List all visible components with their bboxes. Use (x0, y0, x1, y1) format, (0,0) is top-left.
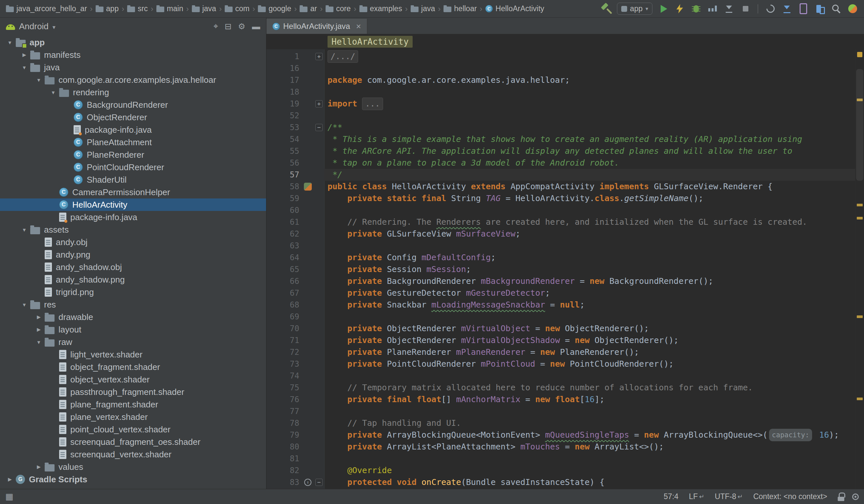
editor[interactable]: 1+/.../1617package com.google.ar.core.ex… (266, 49, 864, 489)
chevron-down-icon[interactable] (33, 77, 45, 83)
fold-collapse-icon[interactable]: − (315, 479, 323, 486)
tree-item-andy-shadow-obj[interactable]: andy_shadow.obj (0, 261, 266, 273)
status-57-4[interactable]: 57:4 (664, 492, 679, 501)
gutter[interactable]: 81 (266, 453, 324, 465)
code-line[interactable]: 76 private final float[] mAnchorMatrix =… (266, 394, 855, 406)
scrollbar-error-stripe[interactable] (855, 49, 864, 489)
status-lf[interactable]: LF↵ (689, 492, 704, 501)
attach-debugger-icon[interactable] (721, 2, 736, 16)
profiler-icon[interactable] (705, 2, 720, 16)
chevron-down-icon[interactable] (4, 40, 16, 45)
code-line[interactable]: 64 private Config mDefaultConfig; (266, 252, 855, 264)
gutter[interactable]: 76 (266, 394, 324, 406)
code-line[interactable]: 77 (266, 406, 855, 417)
search-everywhere-icon[interactable] (829, 2, 844, 16)
fold-collapse-icon[interactable]: − (315, 124, 323, 131)
tree-item-point-cloud-vertex-shader[interactable]: point_cloud_vertex.shader (0, 423, 266, 436)
gutter[interactable]: 80 (266, 441, 324, 453)
gutter[interactable]: 59 (266, 193, 324, 204)
code-line[interactable]: 70 private ObjectRenderer mVirtualObject… (266, 323, 855, 335)
tree-item-pointcloudrenderer[interactable]: PointCloudRenderer (0, 161, 266, 173)
gutter[interactable]: 16 (266, 62, 324, 74)
chevron-right-icon[interactable] (33, 464, 45, 470)
tree-item-plane-vertex-shader[interactable]: plane_vertex.shader (0, 411, 266, 423)
tree-item-screenquad-vertex-shader[interactable]: screenquad_vertex.shader (0, 448, 266, 461)
tree-item-drawable[interactable]: drawable (0, 311, 266, 323)
debug-icon[interactable] (688, 2, 704, 16)
gutter[interactable]: 65 (266, 264, 324, 275)
apply-changes-icon[interactable] (672, 2, 687, 16)
chevron-right-icon[interactable] (33, 327, 45, 333)
status-context-no-context[interactable]: Context: <no context> (753, 492, 827, 501)
tree-item-com-google-ar-core-examples-java-helloar[interactable]: com.google.ar.core.examples.java.helloar (0, 74, 266, 86)
run-icon[interactable] (656, 2, 671, 16)
breadcrumb-item-src[interactable]: src (125, 3, 150, 14)
code-line[interactable]: 54 * This is a simple example that shows… (266, 133, 855, 145)
warning-stripe-mark[interactable] (857, 204, 863, 206)
gutter[interactable]: 67 (266, 287, 324, 299)
code-line[interactable]: 52 (266, 110, 855, 122)
code-line[interactable]: 83↑− protected void onCreate(Bundle save… (266, 477, 855, 488)
breadcrumb-item-app[interactable]: app (94, 3, 121, 14)
tree-item-planeattachment[interactable]: PlaneAttachment (0, 136, 266, 148)
code-line[interactable]: 69 (266, 311, 855, 323)
code-line[interactable]: 75 // Temporary matrix allocated here to… (266, 382, 855, 394)
chevron-right-icon[interactable] (33, 314, 45, 320)
gutter[interactable]: 57 (266, 169, 324, 181)
code-line[interactable]: 81 (266, 453, 855, 465)
project-view-selector[interactable]: Android (6, 21, 56, 32)
breadcrumb-item-main[interactable]: main (154, 3, 185, 14)
code-line[interactable]: 63 (266, 240, 855, 252)
tree-item-layout[interactable]: layout (0, 323, 266, 336)
gutter[interactable]: 83↑− (266, 477, 324, 488)
tree-item-helloaractivity[interactable]: HelloArActivity (0, 199, 266, 211)
tree-item-camerapermissionhelper[interactable]: CameraPermissionHelper (0, 186, 266, 199)
gutter[interactable]: 78 (266, 417, 324, 429)
breadcrumb-item-ar[interactable]: ar (298, 3, 319, 14)
breadcrumb-item-helloaractivity[interactable]: HelloArActivity (483, 3, 546, 14)
gutter[interactable]: 82 (266, 465, 324, 477)
gutter[interactable]: 61 (266, 216, 324, 228)
tree-item-trigrid-png[interactable]: trigrid.png (0, 286, 266, 298)
tree-item-plane-fragment-shader[interactable]: plane_fragment.shader (0, 398, 266, 411)
assistant-icon[interactable] (845, 2, 860, 16)
gutter[interactable]: 55 (266, 145, 324, 157)
gutter[interactable]: 79 (266, 429, 324, 441)
code-line[interactable]: 62 private GLSurfaceView mSurfaceView; (266, 228, 855, 240)
fold-expand-icon[interactable]: + (315, 100, 323, 107)
code-line[interactable]: 61 // Rendering. The Renderers are creat… (266, 216, 855, 228)
gutter[interactable]: 53− (266, 122, 324, 133)
tree-item-andy-png[interactable]: andy.png (0, 248, 266, 261)
scrollbar-thumb[interactable] (856, 69, 863, 181)
breadcrumb-item-examples[interactable]: examples (357, 3, 404, 14)
tree-item-passthrough-fragment-shader[interactable]: passthrough_fragment.shader (0, 386, 266, 398)
build-icon[interactable] (599, 2, 614, 16)
tree-item-values[interactable]: values (0, 461, 266, 473)
code-line[interactable]: 67 private GestureDetector mGestureDetec… (266, 287, 855, 299)
code-line[interactable]: 18 (266, 86, 855, 98)
hector-icon[interactable] (852, 493, 859, 500)
code-line[interactable]: 71 private ObjectRenderer mVirtualObject… (266, 335, 855, 346)
tree-item-assets[interactable]: assets (0, 224, 266, 236)
gutter[interactable]: 70 (266, 323, 324, 335)
stop-icon[interactable] (738, 2, 753, 16)
breadcrumb-item-core[interactable]: core (324, 3, 353, 14)
breadcrumb-item-java[interactable]: java (190, 3, 218, 14)
gutter[interactable]: 60 (266, 204, 324, 216)
tree-item-package-info-java[interactable]: package-info.java (0, 123, 266, 136)
gutter[interactable]: 52 (266, 110, 324, 122)
gutter[interactable]: 18 (266, 86, 324, 98)
hide-panel-icon[interactable]: ▬ (252, 22, 260, 31)
code-line[interactable]: 58public class HelloArActivity extends A… (266, 181, 855, 193)
tree-item-app[interactable]: app (0, 36, 266, 49)
code-line[interactable]: 59 private static final String TAG = Hel… (266, 193, 855, 204)
gutter[interactable]: 64 (266, 252, 324, 264)
tree-item-java[interactable]: java (0, 61, 266, 74)
chevron-right-icon[interactable] (4, 477, 16, 482)
fold-expand-icon[interactable]: + (315, 53, 323, 60)
gutter[interactable]: 56 (266, 157, 324, 169)
lock-icon[interactable] (838, 492, 844, 501)
code-line[interactable]: 1+/.../ (266, 51, 855, 62)
tree-item-object-vertex-shader[interactable]: object_vertex.shader (0, 373, 266, 386)
tree-item-screenquad-fragment-oes-shader[interactable]: screenquad_fragment_oes.shader (0, 436, 266, 448)
